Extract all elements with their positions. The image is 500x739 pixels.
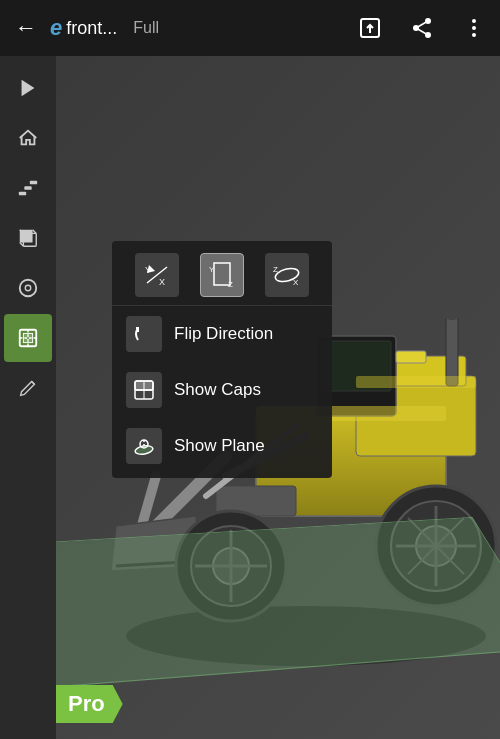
pro-badge: Pro bbox=[56, 685, 123, 723]
show-plane-label: Show Plane bbox=[174, 436, 265, 456]
sidebar-item-home[interactable] bbox=[4, 114, 52, 162]
svg-text:Y: Y bbox=[209, 265, 215, 274]
sidebar-item-cube[interactable] bbox=[4, 214, 52, 262]
sidebar-item-steps[interactable] bbox=[4, 164, 52, 212]
top-bar-left: ← e front... Full bbox=[8, 10, 352, 46]
svg-rect-24 bbox=[23, 333, 32, 342]
svg-rect-33 bbox=[446, 316, 458, 386]
svg-point-8 bbox=[472, 26, 476, 30]
yx-plane-button[interactable]: Y X bbox=[135, 253, 179, 297]
svg-marker-10 bbox=[22, 80, 35, 97]
svg-text:Z: Z bbox=[228, 280, 233, 289]
svg-point-9 bbox=[472, 33, 476, 37]
share-button[interactable] bbox=[404, 10, 440, 46]
svg-rect-11 bbox=[19, 192, 26, 196]
svg-point-70 bbox=[134, 444, 153, 455]
svg-text:Z: Z bbox=[273, 265, 278, 274]
view-mode-label: Full bbox=[133, 19, 159, 37]
more-button[interactable] bbox=[456, 10, 492, 46]
svg-text:X: X bbox=[159, 277, 165, 287]
sidebar bbox=[0, 56, 56, 739]
zx-plane-button[interactable]: Z X bbox=[265, 253, 309, 297]
svg-text:X: X bbox=[293, 278, 299, 287]
context-menu: Y X Y Z bbox=[112, 241, 332, 478]
pro-badge-label: Pro bbox=[68, 691, 105, 716]
main-layout: Y X Y Z bbox=[0, 56, 500, 739]
show-caps-icon bbox=[126, 372, 162, 408]
show-plane-item[interactable]: Show Plane bbox=[112, 418, 332, 474]
show-caps-item[interactable]: Show Caps bbox=[112, 362, 332, 418]
viewport[interactable]: Y X Y Z bbox=[56, 56, 500, 739]
flip-direction-item[interactable]: Flip Direction bbox=[112, 306, 332, 362]
svg-point-34 bbox=[445, 312, 459, 320]
orientation-icons-row: Y X Y Z bbox=[112, 245, 332, 306]
svg-rect-13 bbox=[30, 181, 37, 185]
import-button[interactable] bbox=[352, 10, 388, 46]
svg-line-5 bbox=[416, 21, 428, 28]
svg-rect-55 bbox=[396, 351, 426, 363]
svg-line-6 bbox=[416, 28, 428, 35]
svg-point-7 bbox=[472, 19, 476, 23]
svg-point-20 bbox=[25, 285, 31, 291]
page-title: front... bbox=[66, 18, 117, 39]
top-bar-right bbox=[352, 10, 492, 46]
show-plane-icon bbox=[126, 428, 162, 464]
svg-line-25 bbox=[32, 382, 35, 385]
svg-rect-12 bbox=[24, 186, 31, 190]
flip-direction-icon bbox=[126, 316, 162, 352]
top-bar: ← e front... Full bbox=[0, 0, 500, 56]
svg-point-19 bbox=[20, 280, 37, 297]
show-caps-label: Show Caps bbox=[174, 380, 261, 400]
back-button[interactable]: ← bbox=[8, 10, 44, 46]
sidebar-item-measure[interactable] bbox=[4, 264, 52, 312]
sidebar-item-edit[interactable] bbox=[4, 364, 52, 412]
svg-rect-52 bbox=[356, 376, 476, 388]
flip-direction-label: Flip Direction bbox=[174, 324, 273, 344]
yz-plane-button[interactable]: Y Z bbox=[200, 253, 244, 297]
sidebar-item-section[interactable] bbox=[4, 314, 52, 362]
sidebar-item-play[interactable] bbox=[4, 64, 52, 112]
app-logo: e bbox=[50, 15, 62, 41]
